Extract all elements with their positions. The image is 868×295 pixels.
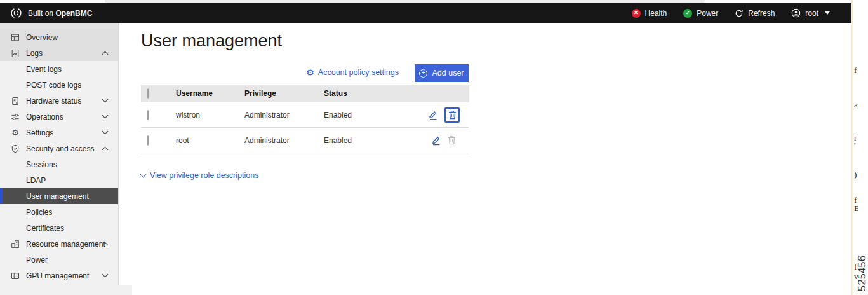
sliders-icon	[10, 112, 20, 122]
sidebar-item-ldap[interactable]: LDAP	[0, 172, 118, 188]
clipped-text-fragment: )	[854, 170, 858, 179]
nav-label: LDAP	[26, 176, 46, 185]
nav-label: GPU management	[26, 271, 89, 280]
sidebar-item-gpu-management[interactable]: GPU management	[0, 268, 118, 284]
power-status[interactable]: ✓ Power	[683, 9, 718, 18]
user-menu[interactable]: root	[791, 8, 830, 18]
nav-label: Logs	[26, 49, 43, 58]
delete-button-focus-ring	[444, 107, 460, 123]
chevron-down-icon	[102, 97, 109, 103]
dashboard-icon	[10, 32, 20, 43]
delete-user-button-disabled	[448, 135, 456, 145]
window-edge-decoration	[105, 0, 705, 3]
sidebar-item-hardware-status[interactable]: Hardware status	[0, 93, 118, 109]
nav-label: Overview	[26, 33, 58, 42]
table-row: root Administrator Enabled	[141, 128, 469, 153]
sidebar-item-overview[interactable]: Overview	[0, 29, 118, 45]
health-status[interactable]: ✕ Health	[632, 9, 667, 18]
shield-icon	[10, 144, 20, 154]
nav-label: Event logs	[26, 65, 62, 74]
sidebar-item-sessions[interactable]: Sessions	[0, 156, 118, 172]
chevron-down-icon	[102, 113, 109, 119]
figure-border-line	[851, 0, 853, 295]
chevron-up-icon	[102, 51, 109, 58]
sidebar-item-security-and-access[interactable]: Security and access	[0, 141, 118, 156]
refresh-button[interactable]: Refresh	[735, 9, 775, 18]
health-label: Health	[645, 9, 667, 18]
openbmc-logo-icon	[10, 7, 22, 19]
nav-label: POST code logs	[26, 81, 81, 90]
add-user-label: Add user	[432, 69, 464, 78]
brand-name: OpenBMC	[55, 9, 92, 18]
app-header: Built on OpenBMC ✕ Health ✓ Power Refres…	[0, 3, 851, 23]
cell-status: Enabled	[324, 111, 406, 120]
brand-text: Built on OpenBMC	[28, 9, 92, 18]
add-user-button[interactable]: + Add user	[415, 64, 469, 82]
brand: Built on OpenBMC	[10, 7, 92, 19]
clipped-text-fragment: '	[854, 141, 858, 149]
nav-label: Security and access	[26, 144, 94, 153]
server-icon	[10, 96, 20, 106]
nav-label: Certificates	[26, 224, 64, 233]
pencil-icon	[428, 109, 438, 120]
sidebar-item-settings[interactable]: ⚙ Settings	[0, 125, 118, 141]
building-chart-icon	[10, 239, 20, 249]
page-title: User management	[141, 31, 282, 51]
edit-user-button[interactable]	[428, 109, 438, 120]
account-policy-settings-link[interactable]: ⚙ Account policy settings	[306, 68, 399, 77]
column-header-username: Username	[176, 89, 244, 98]
account-policy-settings-label: Account policy settings	[318, 68, 399, 77]
header-actions: ✕ Health ✓ Power Refresh root	[632, 8, 830, 18]
nav-list: Overview Logs Event logs POST code logs …	[0, 29, 118, 284]
refresh-icon	[735, 9, 744, 18]
table-row: wistron Administrator Enabled	[141, 102, 469, 128]
power-ok-icon: ✓	[683, 9, 692, 18]
cell-username: root	[176, 136, 244, 145]
sidebar-item-logs[interactable]: Logs	[0, 45, 118, 61]
nav-label: User management	[26, 192, 89, 201]
plus-circle-icon: +	[419, 69, 427, 78]
refresh-label: Refresh	[748, 9, 775, 18]
sidebar-item-post-code-logs[interactable]: POST code logs	[0, 77, 118, 93]
gear-icon: ⚙	[306, 68, 314, 77]
trash-icon	[448, 110, 457, 120]
nav-label: Sessions	[26, 160, 57, 169]
nav-label: Policies	[26, 208, 52, 217]
sidebar-bottom-extension	[0, 285, 132, 295]
view-privilege-roles-link[interactable]: View privilege role descriptions	[141, 171, 258, 180]
figure-number: 525456	[857, 256, 868, 291]
chevron-down-icon	[102, 128, 109, 135]
sidebar-item-power[interactable]: Power	[0, 252, 118, 268]
grid-table-icon	[10, 271, 20, 281]
nav-label: Settings	[26, 128, 53, 137]
row-checkbox[interactable]	[147, 110, 149, 120]
sidebar-item-operations[interactable]: Operations	[0, 109, 118, 125]
nav-label: Hardware status	[26, 97, 81, 106]
pencil-icon	[431, 135, 441, 146]
sidebar-item-certificates[interactable]: Certificates	[0, 220, 118, 236]
delete-user-button[interactable]	[448, 110, 457, 120]
users-table: Username Privilege Status wistron Admini…	[141, 85, 469, 153]
health-error-icon: ✕	[632, 9, 641, 18]
sidebar-item-user-management[interactable]: User management	[0, 188, 118, 204]
clipped-text-fragment: f	[854, 195, 858, 204]
row-checkbox[interactable]	[147, 135, 149, 146]
nav-label: Resource management	[26, 240, 105, 249]
gear-icon: ⚙	[10, 128, 20, 138]
clipped-text-fragment: f	[854, 65, 858, 74]
sidebar-item-resource-management[interactable]: Resource management	[0, 236, 118, 252]
view-privilege-roles-label: View privilege role descriptions	[150, 171, 258, 180]
sidebar-gutter	[119, 23, 132, 285]
trash-icon	[448, 135, 456, 145]
brand-prefix: Built on	[28, 9, 53, 18]
sidebar-item-policies[interactable]: Policies	[0, 204, 118, 220]
clipped-text-fragment: E	[854, 203, 858, 212]
select-all-checkbox[interactable]	[147, 88, 149, 99]
edit-user-button[interactable]	[431, 135, 441, 146]
nav-label: Operations	[26, 113, 63, 121]
sidebar-item-event-logs[interactable]: Event logs	[0, 61, 118, 77]
cell-privilege: Administrator	[244, 111, 324, 120]
chevron-up-icon	[102, 147, 109, 153]
sidebar-nav: Overview Logs Event logs POST code logs …	[0, 23, 119, 295]
user-label: root	[805, 9, 818, 18]
